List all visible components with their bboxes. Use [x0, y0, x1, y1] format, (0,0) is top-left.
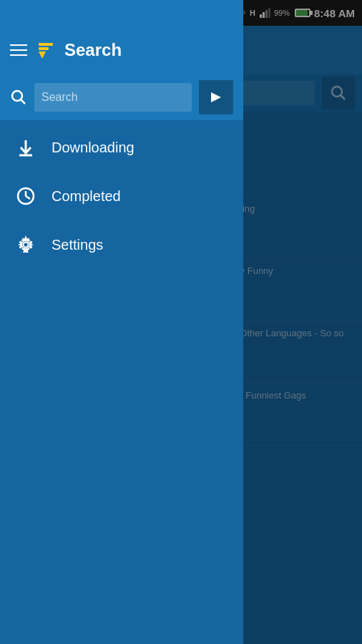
clock-icon [14, 185, 37, 208]
svg-line-29 [21, 99, 25, 104]
svg-marker-30 [211, 92, 221, 102]
drawer-header: Search [0, 0, 243, 74]
drawer-title: Search [64, 40, 122, 60]
search-go-button[interactable] [199, 80, 233, 114]
drawer-menu: Downloading Completed [0, 120, 243, 644]
drawer-status-space [0, 0, 243, 26]
settings-label: Settings [52, 237, 103, 253]
completed-label: Completed [52, 188, 121, 205]
navigation-drawer: Search Downloading [0, 0, 243, 644]
drawer-search-icon [10, 89, 27, 106]
svg-line-35 [26, 196, 30, 199]
drawer-item-completed[interactable]: Completed [0, 172, 243, 220]
drawer-item-settings[interactable]: Settings [0, 220, 243, 269]
download-icon [14, 136, 37, 159]
drawer-title-bar: Search [0, 26, 243, 74]
drawer-hamburger-button[interactable] [10, 44, 27, 56]
drawer-logo-icon [36, 40, 56, 60]
svg-rect-25 [39, 43, 53, 46]
arrow-right-icon [208, 89, 224, 105]
svg-rect-26 [39, 47, 49, 50]
drawer-search-row [0, 74, 243, 120]
downloading-label: Downloading [52, 140, 134, 156]
svg-marker-27 [39, 52, 46, 59]
gear-icon [14, 233, 37, 256]
drawer-item-downloading[interactable]: Downloading [0, 123, 243, 172]
svg-point-28 [12, 91, 22, 101]
drawer-search-input[interactable] [34, 83, 192, 112]
